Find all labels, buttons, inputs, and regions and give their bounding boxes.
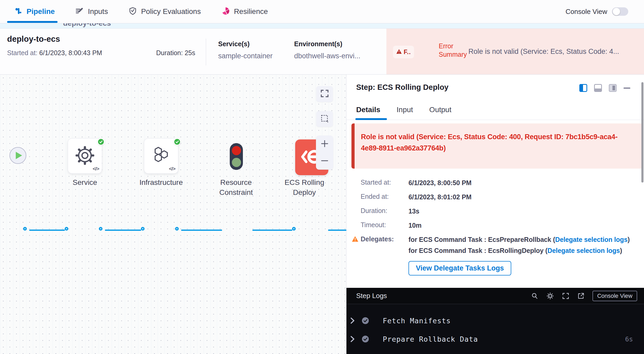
pipeline-icon	[14, 7, 22, 16]
started-at-label: Started at:	[7, 49, 37, 56]
port-ecs-in	[292, 227, 296, 231]
plus-icon	[320, 139, 329, 149]
minus-icon	[320, 159, 329, 164]
detail-row-timeout: Timeout: 10m	[352, 221, 638, 230]
layout-minimized-panel-icon[interactable]	[609, 84, 617, 92]
chevron-right-icon[interactable]	[350, 317, 355, 324]
details-tab-underline	[355, 118, 387, 120]
port-service-in	[65, 227, 68, 231]
duration-value: 25s	[185, 49, 195, 56]
node-resource-constraint[interactable]	[230, 143, 243, 170]
pipeline-start-node[interactable]	[9, 147, 26, 164]
detail-row-ended: Ended at: 6/1/2023, 8:01:02 PM	[352, 193, 638, 201]
tab-inputs[interactable]: Inputs	[75, 0, 108, 23]
canvas-zoom-panel	[316, 136, 333, 170]
node-label-infrastructure[interactable]: Infrastructure	[136, 178, 186, 188]
logs-fullscreen-icon[interactable]	[562, 292, 569, 300]
tab-resilience[interactable]: Resilience	[221, 0, 268, 23]
zoom-in-button[interactable]	[316, 136, 333, 153]
marquee-select-icon	[320, 114, 329, 124]
tab-input[interactable]: Input	[397, 106, 413, 114]
failed-status-badge: F..	[393, 46, 414, 58]
port-infrastructure-in	[141, 227, 145, 231]
step-logs-header: Step Logs Console View	[346, 288, 644, 304]
tab-policy-evaluations-label: Policy Evaluations	[141, 7, 201, 16]
ended-at-label: Ended at:	[361, 193, 408, 200]
started-at-value: 6/1/2023, 8:00:50 PM	[408, 179, 638, 187]
detail-row-started: Started at: 6/1/2023, 8:00:50 PM	[352, 179, 638, 187]
started-at-value: 6/1/2023, 8:00:43 PM	[39, 49, 102, 56]
edge-resource-constraint-to-ecs	[252, 230, 292, 231]
duration-label: Duration:	[361, 207, 408, 215]
started-at-row: Started at: 6/1/2023, 8:00:43 PM	[7, 49, 102, 57]
logs-search-icon[interactable]	[531, 292, 538, 300]
tab-output[interactable]: Output	[429, 106, 451, 114]
panel-minimize-icon[interactable]	[623, 87, 630, 89]
log-success-check-icon	[362, 317, 369, 324]
logs-open-external-icon[interactable]	[577, 292, 585, 300]
delegates-warning-icon	[352, 236, 361, 243]
started-at-label: Started at:	[361, 179, 408, 186]
node-service[interactable]: </>	[68, 138, 102, 174]
delegate-2-text: for ECS Command Task : EcsRollingDeploy …	[408, 247, 548, 254]
logs-console-view-button[interactable]: Console View	[592, 291, 637, 301]
node-label-resource-constraint[interactable]: Resource Constraint	[212, 178, 260, 197]
services-block: Service(s) sample-container	[218, 40, 273, 60]
nav-right-group: Console View	[565, 7, 628, 16]
delegate-1-text: for ECS Command Task : EcsPrepareRollbac…	[408, 236, 555, 243]
service-success-badge	[97, 138, 105, 145]
delegate-1-suffix: )	[628, 236, 630, 243]
view-delegate-tasks-logs-button[interactable]: View Delegate Tasks Logs	[408, 261, 511, 275]
pipeline-canvas[interactable]: </> Service </> Infrastructure Resource …	[0, 75, 346, 354]
canvas-fullscreen-button[interactable]	[316, 86, 333, 102]
delegate-2-selection-logs-link[interactable]: Delegate selection logs	[548, 247, 620, 254]
panel-layout-controls	[579, 84, 630, 92]
step-details-panel: Step: ECS Rolling Deploy Details Input O…	[346, 75, 644, 354]
console-view-toggle[interactable]	[612, 7, 628, 16]
layout-right-panel-icon[interactable]	[579, 84, 587, 92]
zoom-out-button[interactable]	[316, 153, 333, 170]
execution-header: deploy-to-ecs Started at: 6/1/2023, 8:00…	[0, 29, 644, 75]
environments-block: Environment(s) dbothwell-aws-envi...	[294, 40, 360, 60]
step-details-list: Started at: 6/1/2023, 8:00:50 PM Ended a…	[352, 179, 638, 281]
delegate-1-selection-logs-link[interactable]: Delegate selection logs	[555, 236, 628, 243]
tab-pipeline-label: Pipeline	[27, 7, 55, 16]
fullscreen-icon	[320, 89, 329, 99]
tabs-divider	[346, 120, 644, 120]
top-nav: Pipeline Inputs Policy Evaluations Resil…	[0, 0, 644, 23]
resilience-chaos-icon	[221, 7, 230, 16]
node-label-ecs-rolling-deploy[interactable]: ECS Rolling Deploy	[281, 178, 328, 197]
shield-check-icon	[129, 7, 137, 16]
timeout-label: Timeout:	[361, 221, 408, 229]
canvas-marquee-select-button[interactable]	[316, 111, 333, 127]
edge-start-to-service	[29, 230, 65, 231]
step-panel-title: Step: ECS Rolling Deploy	[356, 83, 448, 92]
edge-ecs-outgoing	[328, 230, 346, 231]
chevron-right-icon[interactable]	[350, 336, 355, 342]
node-label-service[interactable]: Service	[63, 178, 107, 188]
infrastructure-success-badge	[173, 138, 181, 145]
log-row-fetch-manifests[interactable]: Fetch Manifests	[346, 315, 644, 327]
panel-scrollbar[interactable]	[641, 82, 643, 183]
edge-service-to-infrastructure	[105, 230, 141, 231]
tab-details[interactable]: Details	[356, 106, 380, 114]
tab-pipeline[interactable]: Pipeline	[14, 0, 55, 23]
log-row-prepare-rollback-data[interactable]: Prepare Rollback Data 6s	[346, 333, 644, 345]
port-start-out	[23, 227, 27, 231]
log-section-name: Fetch Manifests	[383, 317, 451, 325]
tab-policy-evaluations[interactable]: Policy Evaluations	[129, 0, 201, 23]
layout-bottom-panel-icon[interactable]	[594, 84, 602, 92]
environments-value[interactable]: dbothwell-aws-envi...	[294, 52, 360, 60]
play-icon	[16, 152, 22, 159]
timeout-value: 10m	[408, 221, 638, 230]
logs-settings-gear-icon[interactable]	[546, 292, 554, 300]
duration-value: 13s	[408, 207, 638, 215]
scrolled-title-strip: deploy-to-ecs	[0, 23, 644, 29]
node-infrastructure[interactable]: </>	[144, 138, 178, 174]
toggle-knob	[613, 8, 620, 15]
active-tab-underline	[7, 21, 58, 23]
hexagons-icon	[151, 146, 171, 166]
services-value[interactable]: sample-container	[218, 52, 273, 60]
scrolled-pipeline-name: deploy-to-ecs	[63, 23, 644, 28]
pipeline-name: deploy-to-ecs	[7, 34, 60, 44]
